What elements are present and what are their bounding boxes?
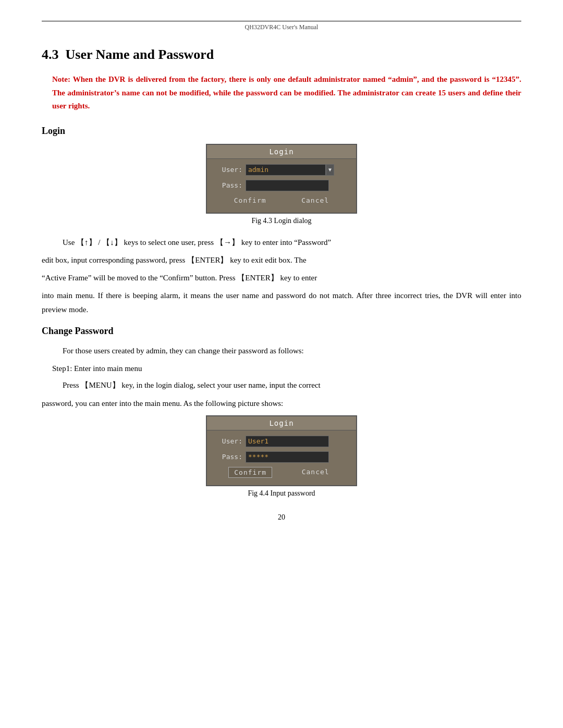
input-password-dialog-box: Login User: User1 Pass: ***** Confirm Ca… xyxy=(206,415,357,486)
confirm-button[interactable]: Confirm xyxy=(229,195,272,205)
user-input-wrapper[interactable]: admin ▼ xyxy=(246,164,334,176)
fig43-caption: Fig 4.3 Login dialog xyxy=(42,217,521,225)
manual-title: QH32DVR4C User's Manual xyxy=(245,23,319,31)
input-password-dialog-container: Login User: User1 Pass: ***** Confirm Ca… xyxy=(42,415,521,486)
fig44-caption: Fig 4.4 Input password xyxy=(42,489,521,498)
user-input-field[interactable]: admin xyxy=(246,164,326,176)
step3-text: password, you can enter into the main me… xyxy=(42,397,521,410)
cp-confirm-button[interactable]: Confirm xyxy=(228,467,272,478)
header-bar: QH32DVR4C User's Manual xyxy=(42,21,521,31)
login-body4: into main menu. If there is beeping alar… xyxy=(42,289,521,316)
cancel-button[interactable]: Cancel xyxy=(296,195,334,205)
login-dialog-title: Login xyxy=(207,145,356,159)
cp-dialog-buttons: Confirm Cancel xyxy=(216,467,347,480)
login-dialog-box: Login User: admin ▼ Pass: Confirm Cancel xyxy=(206,144,357,214)
change-password-title: Change Password xyxy=(42,326,521,337)
step1-text: Step1: Enter into main menu xyxy=(42,362,521,375)
login-body2: edit box, input corresponding password, … xyxy=(42,253,521,267)
cp-pass-label: Pass: xyxy=(216,453,242,461)
user-row: User: admin ▼ xyxy=(216,164,347,176)
login-body1: Use 【↑】 / 【↓】 keys to select one user, p… xyxy=(42,236,521,249)
pass-row: Pass: xyxy=(216,180,347,191)
cp-user-row: User: User1 xyxy=(216,436,347,447)
user-label: User: xyxy=(216,166,242,174)
cp-pass-input-field[interactable]: ***** xyxy=(246,451,329,463)
cp-user-label: User: xyxy=(216,437,242,445)
cp-pass-row: Pass: ***** xyxy=(216,451,347,463)
pass-label: Pass: xyxy=(216,181,242,189)
cp-user-input-field[interactable]: User1 xyxy=(246,436,329,447)
note-text: Note: When the DVR is delivered from the… xyxy=(42,73,521,113)
change-password-intro: For those users created by admin, they c… xyxy=(42,344,521,357)
user-dropdown-arrow[interactable]: ▼ xyxy=(326,164,334,176)
step2-text: Press 【MENU】 key, in the login dialog, s… xyxy=(42,378,521,392)
login-body3: “Active Frame” will be moved to the “Con… xyxy=(42,271,521,285)
page-number: 20 xyxy=(42,513,521,522)
login-dialog-container: Login User: admin ▼ Pass: Confirm Cancel xyxy=(42,144,521,214)
login-subsection-title: Login xyxy=(42,126,521,137)
pass-input-field[interactable] xyxy=(246,180,329,191)
input-password-dialog-title: Login xyxy=(207,416,356,430)
cp-cancel-button[interactable]: Cancel xyxy=(297,467,335,478)
section-title: 4.3 User Name and Password xyxy=(42,47,521,63)
dialog-buttons: Confirm Cancel xyxy=(216,195,347,207)
